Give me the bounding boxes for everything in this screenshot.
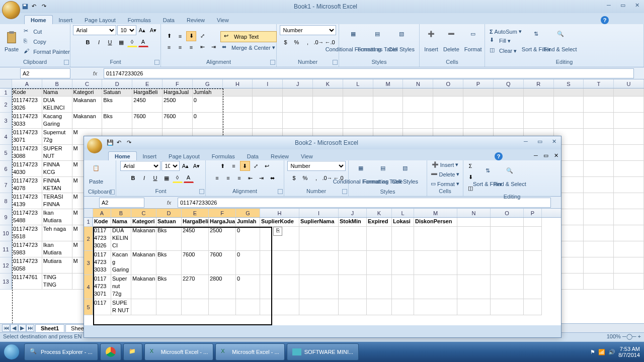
cell[interactable] bbox=[457, 251, 491, 275]
name-box[interactable] bbox=[20, 68, 70, 78]
cell[interactable]: StokMin bbox=[339, 218, 367, 227]
cell[interactable] bbox=[524, 251, 542, 275]
cell[interactable]: Kategori bbox=[72, 88, 103, 97]
cell[interactable] bbox=[367, 251, 392, 275]
col-header[interactable]: N bbox=[403, 79, 433, 88]
office-button-2[interactable] bbox=[87, 138, 102, 153]
cell[interactable] bbox=[236, 299, 260, 315]
cell[interactable]: 01174723 3033 bbox=[12, 113, 42, 129]
cell[interactable] bbox=[584, 209, 614, 225]
cell[interactable]: 01174723 3026 bbox=[12, 97, 42, 113]
col-header[interactable]: O bbox=[433, 79, 463, 88]
col-header[interactable]: C bbox=[72, 79, 103, 88]
cell[interactable] bbox=[457, 218, 491, 227]
cell[interactable]: 01174723 4030 bbox=[12, 161, 42, 177]
orientation-icon[interactable]: ⤢ bbox=[197, 31, 207, 41]
cell[interactable] bbox=[463, 113, 494, 129]
format-2[interactable]: ▭ Format ▾ bbox=[429, 180, 461, 188]
cell[interactable] bbox=[457, 299, 491, 315]
cell[interactable] bbox=[491, 227, 524, 251]
col-header[interactable]: H bbox=[260, 209, 299, 217]
cell[interactable] bbox=[524, 275, 542, 299]
cell[interactable] bbox=[373, 88, 404, 97]
cell[interactable] bbox=[392, 299, 414, 315]
cell[interactable]: Kode bbox=[93, 218, 111, 227]
percent-icon[interactable]: % bbox=[292, 37, 302, 47]
cell[interactable] bbox=[494, 113, 524, 129]
cell[interactable] bbox=[584, 129, 614, 145]
fontcolor-2[interactable]: A bbox=[184, 173, 194, 183]
copy-button[interactable]: ⎘Copy bbox=[22, 37, 71, 46]
cell[interactable] bbox=[414, 227, 457, 251]
align-left-icon[interactable]: ≡ bbox=[164, 42, 174, 52]
tray-volume-icon[interactable]: 🔊 bbox=[608, 349, 615, 355]
row-header[interactable]: 8 bbox=[0, 193, 12, 209]
row-header[interactable]: 2 bbox=[0, 97, 12, 113]
tab-formulas-2[interactable]: Formulas bbox=[206, 152, 241, 160]
cell[interactable]: 01174761 bbox=[12, 274, 42, 290]
cell[interactable] bbox=[392, 227, 414, 251]
cell[interactable] bbox=[313, 113, 343, 129]
qat-save-icon-2[interactable]: 💾 bbox=[106, 139, 114, 147]
cell[interactable] bbox=[614, 97, 644, 113]
worksheet-grid-2[interactable]: ABCDEFGHIJKLMNOP 1KodeNamaKategoriSatuan… bbox=[84, 209, 561, 325]
cell[interactable]: FINNA KETAN PUTIH bbox=[42, 177, 72, 193]
row-header[interactable]: 3 bbox=[84, 251, 93, 275]
select-all-corner[interactable] bbox=[0, 79, 12, 88]
cell[interactable]: 2500 bbox=[163, 97, 193, 113]
cell[interactable] bbox=[339, 251, 367, 275]
zoom-level[interactable]: 100% bbox=[607, 333, 621, 339]
cell[interactable] bbox=[584, 241, 614, 257]
taskbar-item-software-mini[interactable]: SOFTWARE MINI... bbox=[287, 343, 359, 360]
start-button[interactable] bbox=[0, 342, 23, 362]
align-top-icon[interactable]: ⬆ bbox=[164, 31, 174, 41]
cell[interactable] bbox=[463, 88, 494, 97]
cell[interactable]: TERASI FINNA bbox=[42, 193, 72, 209]
comma-icon[interactable]: , bbox=[303, 37, 313, 47]
cell[interactable] bbox=[373, 113, 404, 129]
number-format-select[interactable]: Number bbox=[280, 25, 336, 35]
delete-cells-button[interactable]: ➖Delete bbox=[442, 26, 461, 58]
cell[interactable]: 0 bbox=[193, 97, 223, 113]
tab-page-layout-2[interactable]: Page Layout bbox=[163, 152, 206, 160]
cell[interactable] bbox=[554, 97, 584, 113]
row-header[interactable]: 13 bbox=[0, 274, 12, 290]
cell[interactable] bbox=[614, 274, 644, 290]
cell[interactable] bbox=[131, 299, 156, 315]
merge-2[interactable]: ⬌ bbox=[268, 173, 278, 183]
cell[interactable] bbox=[614, 177, 644, 193]
col-header[interactable]: A bbox=[93, 209, 111, 217]
cell[interactable]: HargaJual bbox=[163, 88, 193, 97]
cell[interactable]: 2450 bbox=[182, 227, 209, 251]
bold-2[interactable]: B bbox=[128, 173, 138, 183]
format-as-table-button[interactable]: ▤Format as Table bbox=[366, 26, 388, 58]
cell[interactable]: Satuan bbox=[156, 218, 182, 227]
row-header[interactable]: 5 bbox=[84, 299, 93, 315]
maximize-button[interactable]: ▭ bbox=[616, 2, 630, 11]
cell[interactable] bbox=[283, 113, 313, 129]
col-header[interactable]: K bbox=[313, 79, 343, 88]
cell[interactable] bbox=[223, 88, 253, 97]
decrease-decimal-icon[interactable]: ←.0 bbox=[325, 37, 335, 47]
row-header[interactable]: 9 bbox=[0, 209, 12, 225]
cell[interactable]: Expired bbox=[367, 218, 392, 227]
font-name-select[interactable]: Arial bbox=[73, 25, 116, 35]
italic-2[interactable]: I bbox=[139, 173, 149, 183]
sort-filter-button[interactable]: ⇅Sort & Filter bbox=[525, 26, 547, 58]
cell[interactable] bbox=[156, 299, 182, 315]
cell[interactable] bbox=[403, 88, 433, 97]
col-header[interactable]: R bbox=[524, 79, 554, 88]
cell[interactable] bbox=[491, 251, 524, 275]
cell[interactable]: 01174723 4078 bbox=[12, 177, 42, 193]
align-right-icon[interactable]: ≡ bbox=[186, 42, 196, 52]
cell[interactable]: DUA KELIN CI bbox=[111, 227, 131, 251]
row-header[interactable]: 1 bbox=[84, 218, 93, 227]
cell[interactable] bbox=[392, 251, 414, 275]
cell[interactable] bbox=[299, 299, 339, 315]
cell[interactable]: 01174723 6058 bbox=[12, 257, 42, 274]
cell[interactable]: Teh naga bbox=[42, 225, 72, 241]
wrap-text-2[interactable]: ↩ bbox=[262, 161, 272, 171]
cell-styles-button[interactable]: ▧Cell Styles bbox=[390, 26, 413, 58]
cell[interactable] bbox=[457, 227, 491, 251]
increase-decimal-icon[interactable]: .0→ bbox=[314, 37, 324, 47]
